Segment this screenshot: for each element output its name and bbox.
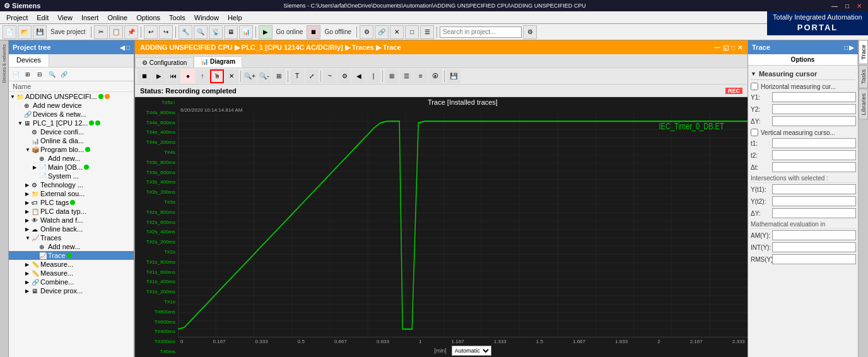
- trace-t-btn[interactable]: T: [290, 69, 304, 83]
- v-tab-tasks[interactable]: Tasks: [859, 65, 868, 88]
- tb-misc3[interactable]: ✕: [390, 25, 404, 39]
- tree-item-system[interactable]: 📄 System ...: [9, 172, 134, 180]
- menu-options[interactable]: Options: [132, 13, 164, 22]
- go-online-btn[interactable]: ▶: [259, 25, 273, 39]
- tab-options[interactable]: Options: [748, 54, 858, 65]
- search-btn[interactable]: ⚙: [523, 25, 537, 39]
- go-offline-btn[interactable]: ⏹: [307, 25, 320, 39]
- trace-zoom-in[interactable]: 🔍+: [243, 69, 257, 83]
- bc-minimize[interactable]: —: [714, 44, 720, 51]
- chart-svg[interactable]: IEC_Timer_0_DB.ET: [178, 113, 748, 337]
- trace-grid[interactable]: ⊞: [385, 69, 399, 83]
- tb-misc5[interactable]: ☰: [420, 25, 434, 39]
- tree-hc-btn1[interactable]: ◀: [120, 44, 125, 51]
- v-tab-libraries[interactable]: Libraries: [859, 89, 868, 120]
- trace-play[interactable]: ▶: [152, 69, 166, 83]
- trace-list[interactable]: ☰: [399, 69, 413, 83]
- trace-record[interactable]: ●: [181, 69, 195, 83]
- new-btn[interactable]: 📄: [3, 25, 16, 39]
- section-arrow[interactable]: ▼: [751, 71, 756, 77]
- trace-config[interactable]: ⚙: [337, 69, 351, 83]
- trace-rewind[interactable]: ⏮: [167, 69, 180, 83]
- cut-btn[interactable]: ✂: [94, 25, 108, 39]
- tree-item-online-diag[interactable]: 📊 Online & dia...: [9, 136, 134, 145]
- search-input[interactable]: [440, 26, 522, 38]
- tab-configuration[interactable]: ⚙ Configuration: [135, 57, 194, 67]
- tree-item-external[interactable]: ▶ 📁 External sou...: [9, 189, 134, 198]
- trace-signal[interactable]: ~: [323, 69, 337, 83]
- tree-item-traces[interactable]: ▼ 📈 Traces: [9, 233, 134, 242]
- tree-btn-5[interactable]: 🔗: [58, 69, 69, 80]
- tree-item-plc-data[interactable]: ▶ 📋 PLC data typ...: [9, 207, 134, 216]
- horiz-cursor-checkbox[interactable]: [751, 83, 758, 90]
- tree-item-measure2[interactable]: ▶ 📏 Measure...: [9, 269, 134, 278]
- menu-insert[interactable]: Insert: [78, 13, 103, 22]
- bc-close[interactable]: ✕: [737, 44, 742, 51]
- tb-btn-5[interactable]: 📊: [239, 25, 253, 39]
- tree-btn-3[interactable]: ⊟: [34, 69, 45, 80]
- undo-btn[interactable]: ↩: [144, 25, 158, 39]
- tb-btn-4[interactable]: 🖥: [224, 25, 238, 39]
- menu-window[interactable]: Window: [191, 13, 223, 22]
- y1-input[interactable]: [772, 92, 856, 102]
- delta-y-input[interactable]: [772, 116, 856, 126]
- trace-active-btn[interactable]: 🖱: [210, 69, 224, 83]
- trace-max-btn[interactable]: ⤢: [305, 69, 319, 83]
- tree-item-combine[interactable]: ▶ 🔗 Combine...: [9, 278, 134, 286]
- tree-item-online-backup[interactable]: ▶ ☁ Online back...: [9, 225, 134, 233]
- v-tab-trace[interactable]: Trace: [859, 40, 868, 64]
- tb-btn-2[interactable]: 🔍: [194, 25, 208, 39]
- trace-align-l[interactable]: ◀: [352, 69, 366, 83]
- tree-item-add-new-trace[interactable]: ⊕ Add new...: [9, 242, 134, 251]
- tb-misc4[interactable]: □: [405, 25, 419, 39]
- t2-input[interactable]: [772, 150, 856, 160]
- trace-cols[interactable]: ⦿: [428, 69, 442, 83]
- tree-item-technology[interactable]: ▶ ⚙ Technology ...: [9, 180, 134, 189]
- tab-devices[interactable]: Devices: [9, 54, 49, 67]
- tree-item-add-device[interactable]: ⊕ Add new device: [9, 101, 134, 110]
- tree-btn-4[interactable]: 🔍: [46, 69, 57, 80]
- tree-item-device-config[interactable]: ⚙ Device confi...: [9, 127, 134, 136]
- tb-misc2[interactable]: 🔗: [375, 25, 389, 39]
- tree-item-main[interactable]: ▶ 📄 Main [OB...: [9, 163, 134, 172]
- tree-content[interactable]: ▼ 📁 ADDING UNSPECIFI... ⊕ Add new device…: [9, 92, 134, 357]
- vert-cursor-checkbox[interactable]: [751, 129, 758, 136]
- yt1-input[interactable]: [772, 184, 856, 194]
- tree-item-devices-netw[interactable]: 🔗 Devices & netw...: [9, 110, 134, 119]
- tree-btn-2[interactable]: ⊞: [22, 69, 33, 80]
- menu-tools[interactable]: Tools: [165, 13, 189, 22]
- copy-btn[interactable]: 📋: [109, 25, 123, 39]
- int-input[interactable]: [772, 242, 856, 252]
- bc-maximize[interactable]: □: [731, 44, 735, 51]
- auto-select[interactable]: Automatic: [452, 346, 491, 356]
- tb-btn-3[interactable]: 📡: [209, 25, 223, 39]
- am-input[interactable]: [772, 230, 856, 240]
- rp-btn2[interactable]: ▶: [849, 44, 854, 51]
- tab-diagram[interactable]: 📊 Diagram: [194, 56, 242, 67]
- redo-btn[interactable]: ↪: [159, 25, 173, 39]
- devices-networks-icon[interactable]: Devices & networks: [2, 43, 6, 84]
- menu-edit[interactable]: Edit: [33, 13, 52, 22]
- tree-hc-btn2[interactable]: □: [126, 44, 130, 51]
- paste-btn[interactable]: 📌: [124, 25, 138, 39]
- trace-upload[interactable]: ↑: [196, 69, 209, 83]
- delta-t-input[interactable]: [772, 162, 856, 172]
- close-btn[interactable]: ✕: [854, 3, 864, 9]
- trace-cursor[interactable]: |: [367, 69, 380, 83]
- t1-input[interactable]: [772, 138, 856, 148]
- tree-item-plc-tags[interactable]: ▶ 🏷 PLC tags: [9, 198, 134, 207]
- trace-delete[interactable]: ✕: [225, 69, 238, 83]
- tree-item-trace[interactable]: 📈 Trace: [9, 251, 134, 260]
- maximize-btn[interactable]: □: [843, 3, 852, 9]
- tree-item-plc1[interactable]: ▼ 🖥 PLC_1 [CPU 12...: [9, 119, 134, 127]
- tree-item-measure1[interactable]: ▶ 📏 Measure...: [9, 260, 134, 269]
- y2-input[interactable]: [772, 104, 856, 114]
- menu-view[interactable]: View: [54, 13, 76, 22]
- trace-stop[interactable]: ⏹: [138, 69, 151, 83]
- trace-zoom-fit[interactable]: ⊞: [272, 69, 286, 83]
- tree-item-add-new-block[interactable]: ⊕ Add new...: [9, 154, 134, 163]
- menu-project[interactable]: Project: [3, 13, 32, 22]
- save-btn[interactable]: 💾: [33, 25, 47, 39]
- tree-item-program-blocks[interactable]: ▼ 📦 Program blo...: [9, 145, 134, 154]
- tree-item-adding[interactable]: ▼ 📁 ADDING UNSPECIFI...: [9, 92, 134, 101]
